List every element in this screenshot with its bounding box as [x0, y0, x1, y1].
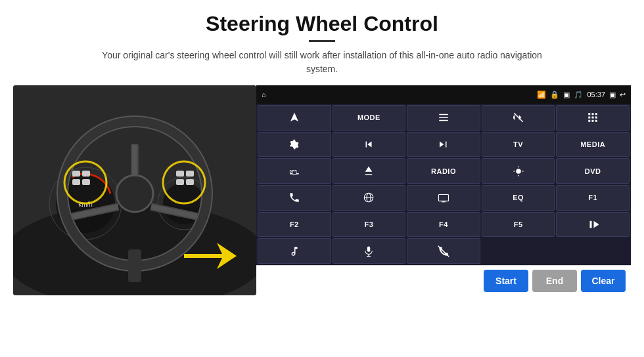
navigate-btn[interactable]: [258, 105, 331, 131]
f5-btn[interactable]: F5: [482, 212, 555, 238]
sd-icon: ▣: [563, 91, 570, 99]
steering-wheel-image: km/h: [13, 85, 256, 295]
call-end-btn[interactable]: [407, 238, 480, 264]
eject-btn[interactable]: [333, 158, 406, 184]
screen-btn[interactable]: [407, 185, 480, 211]
back-icon: ↩: [620, 91, 626, 99]
svg-line-58: [438, 245, 449, 257]
svg-rect-38: [588, 120, 590, 122]
apps-btn[interactable]: [556, 105, 630, 131]
time-display: 05:37: [587, 91, 605, 98]
mic-btn[interactable]: [333, 238, 406, 264]
dvd-btn[interactable]: DVD: [556, 158, 630, 184]
eq-btn[interactable]: EQ: [482, 185, 555, 211]
control-panel: ⌂ 📶 🔒 ▣ 🎵 05:37 ▣ ↩ MODE: [256, 85, 631, 295]
svg-rect-22: [176, 171, 184, 177]
svg-rect-39: [592, 120, 594, 122]
bt-icon: 🎵: [574, 91, 583, 99]
svg-rect-30: [439, 120, 448, 121]
svg-rect-25: [186, 179, 194, 185]
svg-rect-32: [588, 114, 590, 116]
media-btn[interactable]: MEDIA: [556, 132, 630, 158]
svg-rect-18: [72, 179, 80, 185]
list-btn[interactable]: [407, 105, 480, 131]
status-bar-right: 📶 🔒 ▣ 🎵 05:37 ▣ ↩: [537, 91, 626, 99]
start-button[interactable]: Start: [484, 270, 528, 292]
tv-btn[interactable]: TV: [482, 132, 555, 158]
button-grid: MODE TV: [256, 104, 631, 265]
svg-rect-40: [595, 120, 597, 122]
status-bar: ⌂ 📶 🔒 ▣ 🎵 05:37 ▣ ↩: [256, 85, 631, 104]
svg-rect-44: [292, 171, 296, 174]
svg-rect-28: [439, 114, 448, 116]
mode-btn[interactable]: MODE: [333, 105, 406, 131]
clear-button[interactable]: Clear: [581, 270, 626, 292]
svg-rect-33: [592, 114, 594, 116]
browser-btn[interactable]: [333, 185, 406, 211]
f3-btn[interactable]: F3: [333, 212, 406, 238]
end-button[interactable]: End: [532, 270, 577, 292]
bottom-bar: Start End Clear: [256, 265, 631, 295]
phone-btn[interactable]: [258, 185, 331, 211]
svg-rect-34: [595, 114, 597, 116]
brightness-btn[interactable]: [482, 158, 555, 184]
svg-rect-35: [588, 117, 590, 119]
radio-btn[interactable]: RADIO: [407, 158, 480, 184]
home-icon: ⌂: [262, 91, 266, 98]
svg-rect-36: [592, 117, 594, 119]
svg-rect-53: [438, 195, 448, 201]
playpause-btn[interactable]: [556, 212, 630, 238]
f1-btn[interactable]: F1: [556, 185, 630, 211]
page-title: Steering Wheel Control: [206, 12, 438, 36]
music-btn[interactable]: [258, 238, 331, 264]
svg-rect-37: [595, 117, 597, 119]
svg-rect-19: [82, 171, 90, 177]
svg-rect-20: [82, 179, 90, 185]
mute-btn[interactable]: [482, 105, 555, 131]
svg-line-31: [514, 114, 523, 123]
svg-rect-27: [128, 249, 141, 282]
360-btn[interactable]: 360: [258, 158, 331, 184]
prev-btn[interactable]: [333, 132, 406, 158]
svg-rect-24: [186, 171, 194, 177]
svg-rect-55: [367, 246, 371, 251]
f4-btn[interactable]: F4: [407, 212, 480, 238]
wifi-icon: 📶: [537, 91, 546, 99]
title-divider: [309, 40, 335, 42]
lock-icon: 🔒: [550, 91, 559, 99]
status-bar-left: ⌂: [262, 91, 266, 98]
svg-point-45: [516, 169, 521, 174]
settings-btn[interactable]: [258, 132, 331, 158]
screen-icon: ▣: [609, 91, 616, 99]
page-subtitle: Your original car's steering wheel contr…: [92, 49, 552, 76]
svg-rect-29: [439, 117, 448, 119]
next-btn[interactable]: [407, 132, 480, 158]
f2-btn[interactable]: F2: [258, 212, 331, 238]
svg-rect-17: [72, 171, 80, 177]
svg-rect-23: [176, 179, 184, 185]
svg-point-9: [116, 175, 153, 212]
